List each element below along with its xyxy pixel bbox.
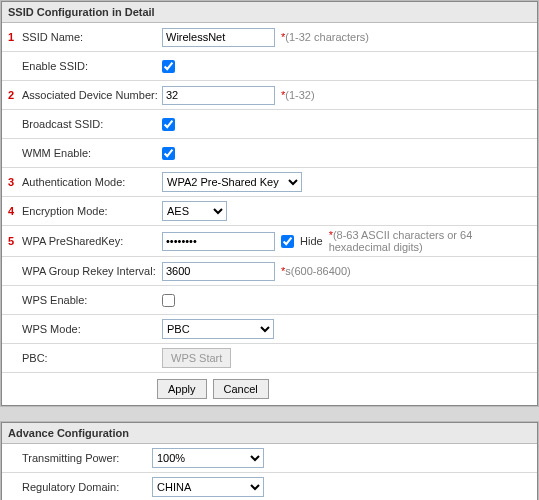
auth-label: Authentication Mode:: [22, 176, 162, 188]
step-2: 2: [8, 89, 20, 101]
wps-start-button: WPS Start: [162, 348, 231, 368]
step-4: 4: [8, 205, 20, 217]
step-5: 5: [8, 235, 20, 247]
assoc-dev-input[interactable]: [162, 86, 275, 105]
apply-button[interactable]: Apply: [157, 379, 207, 399]
broadcast-checkbox[interactable]: [162, 118, 175, 131]
wps-mode-label: WPS Mode:: [22, 323, 162, 335]
psk-hint: (8-63 ASCII characters or 64 hexadecimal…: [329, 229, 473, 253]
assoc-dev-hint: (1-32): [285, 89, 314, 101]
reg-select[interactable]: CHINA: [152, 477, 264, 497]
ssid-config-panel: SSID Configuration in Detail 1 SSID Name…: [1, 1, 538, 406]
advance-panel-title: Advance Configuration: [2, 423, 537, 444]
broadcast-label: Broadcast SSID:: [22, 118, 162, 130]
cancel-button[interactable]: Cancel: [213, 379, 269, 399]
wps-enable-checkbox[interactable]: [162, 294, 175, 307]
ssid-name-input[interactable]: [162, 28, 275, 47]
pbc-label: PBC:: [22, 352, 162, 364]
wmm-label: WMM Enable:: [22, 147, 162, 159]
enc-label: Encryption Mode:: [22, 205, 162, 217]
wmm-checkbox[interactable]: [162, 147, 175, 160]
rekey-label: WPA Group Rekey Interval:: [22, 265, 162, 277]
auth-select[interactable]: WPA2 Pre-Shared Key: [162, 172, 302, 192]
power-select[interactable]: 100%: [152, 448, 264, 468]
enable-ssid-checkbox[interactable]: [162, 60, 175, 73]
psk-hide-label: Hide: [300, 235, 323, 247]
enc-select[interactable]: AES: [162, 201, 227, 221]
ssid-name-hint: (1-32 characters): [285, 31, 369, 43]
enable-ssid-label: Enable SSID:: [22, 60, 162, 72]
ssid-panel-title: SSID Configuration in Detail: [2, 2, 537, 23]
step-3: 3: [8, 176, 20, 188]
assoc-dev-label: Associated Device Number:: [22, 89, 162, 101]
reg-label: Regulatory Domain:: [22, 481, 152, 493]
power-label: Transmitting Power:: [22, 452, 152, 464]
psk-label: WPA PreSharedKey:: [22, 235, 162, 247]
ssid-name-label: SSID Name:: [22, 31, 162, 43]
psk-input[interactable]: [162, 232, 275, 251]
wps-enable-label: WPS Enable:: [22, 294, 162, 306]
advance-config-panel: Advance Configuration Transmitting Power…: [1, 422, 538, 500]
step-1: 1: [8, 31, 20, 43]
wps-mode-select[interactable]: PBC: [162, 319, 274, 339]
rekey-input[interactable]: [162, 262, 275, 281]
rekey-hint: s(600-86400): [285, 265, 350, 277]
psk-hide-checkbox[interactable]: [281, 235, 294, 248]
